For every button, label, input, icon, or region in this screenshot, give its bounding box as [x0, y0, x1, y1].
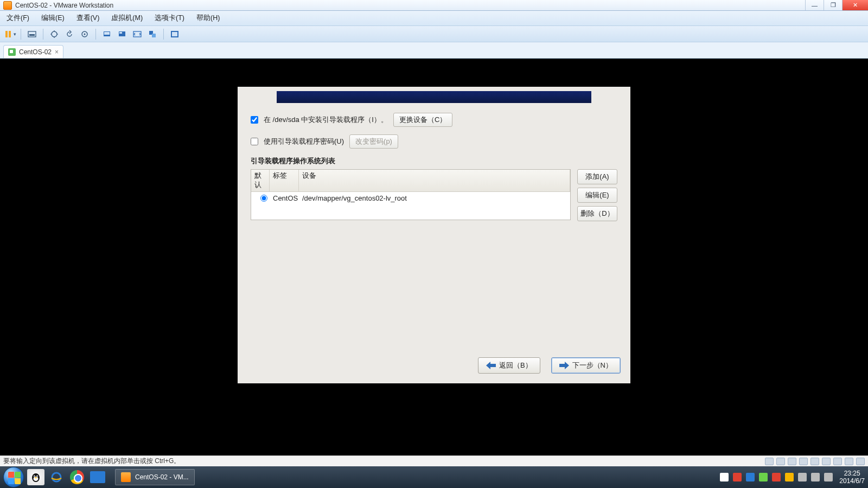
device-printer-icon[interactable] — [833, 458, 842, 465]
vmware-device-tray — [765, 458, 865, 465]
show-thumbnail-button[interactable] — [116, 28, 129, 40]
use-bootloader-password-label: 使用引导装载程序密码(U) — [264, 137, 344, 146]
col-header-default: 默认 — [251, 170, 270, 191]
tray-show-hidden-icon[interactable] — [720, 473, 729, 481]
svg-point-24 — [35, 477, 37, 478]
menu-view[interactable]: 查看(V) — [74, 12, 102, 24]
vm-tab-centos02[interactable]: CentOS-02 × — [3, 45, 63, 58]
device-sound-icon[interactable] — [822, 458, 831, 465]
tray-volume-icon[interactable] — [824, 473, 833, 481]
message-log-icon[interactable] — [856, 458, 865, 465]
clock-date: 2014/6/7 — [839, 477, 865, 485]
start-button[interactable] — [3, 467, 24, 487]
col-header-label: 标签 — [270, 170, 299, 191]
tabstrip: CentOS-02 × — [0, 42, 868, 59]
device-hdd-icon[interactable] — [765, 458, 774, 465]
os-row-label: CentOS — [273, 194, 302, 202]
taskbar-clock[interactable]: 23:25 2014/6/7 — [839, 470, 865, 485]
tray-bluetooth-icon[interactable] — [746, 473, 755, 481]
pinned-qq-icon[interactable] — [27, 469, 44, 485]
os-delete-button[interactable]: 删除（D） — [577, 206, 617, 221]
clock-time: 23:25 — [839, 470, 865, 477]
svg-marker-17 — [559, 362, 569, 369]
os-row-device: /dev/mapper/vg_centos02-lv_root — [302, 194, 567, 202]
menubar: 文件(F) 编辑(E) 查看(V) 虚拟机(M) 选项卡(T) 帮助(H) — [0, 11, 868, 26]
tray-safety-icon[interactable] — [759, 473, 768, 481]
vmware-task-icon — [121, 472, 131, 482]
menu-tabs[interactable]: 选项卡(T) — [152, 12, 187, 24]
svg-point-23 — [36, 476, 37, 477]
tray-guard-icon[interactable] — [772, 473, 781, 481]
install-bootloader-checkbox[interactable] — [251, 116, 258, 124]
col-header-device: 设备 — [299, 170, 570, 191]
tray-network-icon[interactable] — [811, 473, 820, 481]
change-device-button[interactable]: 更换设备（C） — [393, 113, 452, 127]
pinned-ie-icon[interactable] — [48, 469, 65, 485]
maximize-button[interactable]: ❐ — [824, 0, 842, 10]
snapshot-manage-button[interactable] — [78, 28, 91, 40]
os-row[interactable]: CentOS /dev/mapper/vg_centos02-lv_root — [251, 192, 570, 204]
taskbar-item-label: CentOS-02 - VM... — [135, 473, 189, 481]
next-button[interactable]: 下一步（N） — [551, 357, 621, 374]
svg-rect-10 — [119, 32, 122, 34]
windows-taskbar: CentOS-02 - VM... 23:25 2014/6/7 — [0, 466, 868, 488]
os-edit-button[interactable]: 编辑(E) — [577, 188, 617, 203]
toolbar: ▾ — [0, 26, 868, 42]
unity-button[interactable] — [146, 28, 159, 40]
vmware-statusbar: 要将输入定向到该虚拟机，请在虚拟机内部单击或按 Ctrl+G。 — [0, 455, 868, 466]
change-password-button: 改变密码(p) — [349, 134, 398, 149]
device-floppy-icon[interactable] — [788, 458, 796, 465]
dropdown-caret-icon: ▾ — [14, 31, 16, 37]
taskbar-item-vmware[interactable]: CentOS-02 - VM... — [115, 469, 195, 485]
device-network-icon[interactable] — [799, 458, 808, 465]
stretch-guest-button[interactable] — [131, 28, 144, 40]
os-list-title: 引导装载程序操作系统列表 — [251, 156, 617, 166]
svg-rect-8 — [104, 32, 110, 35]
system-tray — [720, 473, 833, 481]
app-icon — [3, 1, 12, 10]
device-cd-icon[interactable] — [776, 458, 785, 465]
svg-rect-3 — [29, 34, 35, 36]
vm-viewport[interactable]: 在 /dev/sda 中安装引导装载程序（I）。 更换设备（C） 使用引导装载程… — [0, 59, 868, 455]
pinned-explorer-icon[interactable] — [89, 469, 106, 485]
fullscreen-button[interactable] — [168, 28, 181, 40]
vm-tab-label: CentOS-02 — [19, 48, 52, 56]
svg-marker-16 — [486, 362, 496, 369]
tab-close-button[interactable]: × — [55, 48, 59, 56]
next-button-label: 下一步（N） — [572, 361, 612, 370]
centos-installer-panel: 在 /dev/sda 中安装引导装载程序（I）。 更换设备（C） 使用引导装载程… — [238, 87, 630, 383]
tray-antivirus-icon[interactable] — [733, 473, 742, 481]
svg-point-22 — [34, 476, 35, 477]
svg-point-25 — [52, 473, 61, 481]
svg-rect-1 — [9, 31, 11, 37]
back-button[interactable]: 返回（B） — [478, 357, 540, 374]
send-ctrl-alt-del-button[interactable] — [25, 28, 39, 40]
arrow-right-icon — [559, 362, 569, 369]
arrow-left-icon — [486, 362, 496, 369]
close-button[interactable]: ✕ — [842, 0, 868, 10]
tray-msg-icon[interactable] — [785, 473, 794, 481]
show-console-button[interactable] — [100, 28, 113, 40]
pause-vm-button[interactable]: ▾ — [3, 28, 16, 40]
menu-file[interactable]: 文件(F) — [4, 12, 31, 24]
snapshot-take-button[interactable] — [48, 28, 61, 40]
menu-help[interactable]: 帮助(H) — [194, 12, 222, 24]
pinned-chrome-icon[interactable] — [68, 469, 86, 485]
install-bootloader-label: 在 /dev/sda 中安装引导装载程序（I）。 — [264, 115, 388, 125]
snapshot-revert-button[interactable] — [63, 28, 76, 40]
menu-edit[interactable]: 编辑(E) — [39, 12, 67, 24]
svg-point-6 — [84, 33, 86, 35]
menu-vm[interactable]: 虚拟机(M) — [109, 12, 145, 24]
installer-banner — [277, 91, 591, 103]
svg-rect-11 — [133, 31, 141, 37]
bootloader-os-table: 默认 标签 设备 CentOS /dev/mapper/vg_centos02-… — [251, 169, 571, 220]
os-add-button[interactable]: 添加(A) — [577, 169, 617, 184]
os-default-radio[interactable] — [260, 195, 267, 202]
svg-rect-0 — [5, 31, 8, 37]
use-bootloader-password-checkbox[interactable] — [251, 138, 258, 145]
vmware-window: CentOS-02 - VMware Workstation — ❐ ✕ 文件(… — [0, 0, 868, 488]
device-display-icon[interactable] — [845, 458, 853, 465]
minimize-button[interactable]: — — [805, 0, 824, 10]
tray-usb-icon[interactable] — [798, 473, 807, 481]
device-usb-icon[interactable] — [810, 458, 819, 465]
